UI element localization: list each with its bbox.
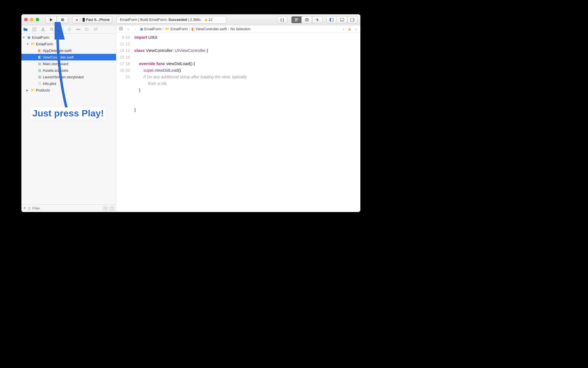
svg-rect-12 [353,18,354,21]
device-icon [83,18,85,22]
svg-rect-8 [330,18,331,21]
svg-rect-24 [111,207,113,210]
plist-icon: ☰ [37,81,42,86]
speech-icon [94,27,98,31]
svg-rect-14 [43,27,44,29]
stop-icon [60,18,65,22]
close-window-button[interactable] [24,18,28,21]
swift-file-icon: ◧ [37,55,42,59]
tree-label: Info.plist [43,82,56,86]
svg-rect-2 [295,18,298,19]
recent-filter-button[interactable] [103,206,108,211]
toggle-navigator-button[interactable] [326,16,337,23]
crumb-file[interactable]: ◧ViewController.swift [191,27,227,31]
disclosure-triangle-icon[interactable]: ▶ [26,89,29,92]
svg-rect-4 [295,21,297,21]
source-control-navigator-tab[interactable] [32,27,37,32]
warning-icon [205,18,207,21]
breakpoint-icon [85,27,89,31]
folder-icon: 📁 [30,42,35,46]
window-controls [24,18,39,21]
tree-label: Main.storyboard [43,62,68,66]
add-button[interactable]: + [23,205,26,211]
jump-bar: ‹ › ▣EmailForm ⟩ 📁EmailForm ⟩ ◧ViewContr… [116,25,360,33]
crumb-group[interactable]: 📁EmailForm [165,27,188,31]
assets-icon: ▥ [37,68,42,73]
activity-viewer[interactable]: EmailForm | Build EmailForm: Succeeded |… [117,16,226,24]
forward-button[interactable]: › [133,27,138,31]
tree-label: AppDelegate.swift [43,49,72,53]
grid-icon [119,27,123,30]
issue-navigator-tab[interactable] [58,27,63,32]
report-navigator-tab[interactable] [93,27,98,32]
filter-scope-icon[interactable]: ◎ [28,206,31,210]
status-text: EmailForm | Build EmailForm: Succeeded |… [120,18,201,22]
next-issue-button[interactable]: › [353,27,358,31]
stop-button[interactable] [57,16,68,23]
test-navigator-tab[interactable] [67,27,72,32]
tree-file-mainstoryboard[interactable]: ▦ Main.storyboard [21,60,116,67]
gauge-icon [76,27,80,31]
svg-rect-26 [121,27,123,28]
svg-rect-15 [42,30,43,31]
back-button[interactable]: ‹ [126,27,131,31]
panel-bottom-icon [340,18,344,22]
breakpoint-navigator-tab[interactable] [84,27,89,32]
warning-icon [348,28,351,30]
version-editor-button[interactable] [312,16,323,23]
play-icon [49,18,53,22]
toggle-inspector-button[interactable] [347,16,358,23]
line-gutter: 9 10 11 12 13 14 15 16 17 18 19 20 21 [116,33,133,212]
tree-label: LaunchScreen.storyboard [43,75,84,79]
crumb-project[interactable]: ▣EmailForm [140,27,162,31]
tree-file-appdelegate[interactable]: ◧ AppDelegate.swift [21,47,116,54]
tree-label: Assets.xcassets [43,68,68,73]
scheme-selector[interactable]: 🔺 ⟩ Paul S...Phone [72,16,112,23]
tree-file-assets[interactable]: ▥ Assets.xcassets [21,67,116,74]
crumb-label: EmailForm [171,27,188,31]
source-editor[interactable]: 9 10 11 12 13 14 15 16 17 18 19 20 21 im… [116,33,360,212]
scm-filter-button[interactable] [109,206,114,211]
toggle-debug-area-button[interactable] [337,16,347,23]
prev-issue-button[interactable]: ‹ [341,27,346,31]
project-icon: ▣ [27,35,31,40]
crumb-symbol[interactable]: No Selection [230,27,251,31]
run-button[interactable] [45,16,57,23]
zoom-window-button[interactable] [36,18,39,21]
navigator-tabs [21,25,116,34]
folder-icon: 📁 [30,88,35,92]
tree-project-root[interactable]: ▼ ▣ EmailForm [21,34,116,41]
tree-file-launchscreen[interactable]: ▦ LaunchScreen.storyboard [21,74,116,80]
related-items-button[interactable] [118,27,123,31]
disclosure-triangle-icon[interactable]: ▼ [26,43,29,46]
annotation-text: Just press Play! [31,107,106,119]
code-snippets-button[interactable]: { } [277,16,287,23]
titlebar: 🔺 ⟩ Paul S...Phone EmailForm | Build Ema… [21,14,360,25]
assistant-editor-button[interactable] [302,16,312,23]
standard-editor-button[interactable] [291,16,302,23]
debug-navigator-tab[interactable] [76,27,81,32]
filter-input[interactable] [32,206,101,210]
svg-marker-0 [50,18,53,21]
svg-point-17 [50,28,53,30]
svg-rect-10 [340,20,344,21]
source-text[interactable]: import UIKit class ViewController: UIVie… [133,33,360,212]
editor-area: ‹ › ▣EmailForm ⟩ 📁EmailForm ⟩ ◧ViewContr… [116,25,360,212]
tree-file-viewcontroller[interactable]: ◧ ViewController.swift [21,54,116,60]
tree-label: EmailForm [36,42,53,46]
crumb-label: EmailForm [144,27,162,31]
find-navigator-tab[interactable] [49,27,54,32]
app-icon: 🔺 [75,18,79,22]
minimize-window-button[interactable] [30,18,33,21]
folder-icon [23,27,28,32]
symbol-navigator-tab[interactable] [41,27,46,32]
folder-icon: 📁 [165,27,169,31]
project-navigator-tab[interactable] [23,27,28,32]
disclosure-triangle-icon[interactable]: ▼ [22,36,26,39]
lines-icon [294,18,299,22]
diamond-icon [67,27,71,31]
search-icon [50,27,54,31]
tree-products[interactable]: ▶ 📁 Products [21,87,116,93]
tree-file-infoplist[interactable]: ☰ Info.plist [21,80,116,87]
tree-group[interactable]: ▼ 📁 EmailForm [21,41,116,47]
